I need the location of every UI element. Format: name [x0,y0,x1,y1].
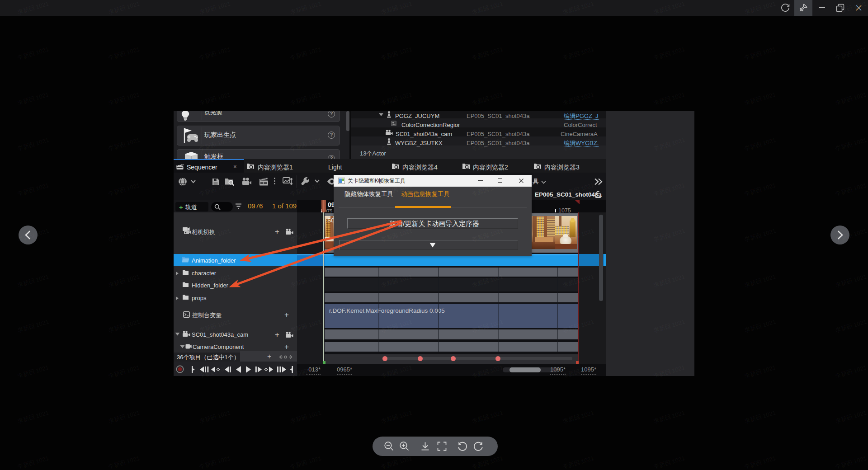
svg-text:李新园 1021: 李新园 1021 [289,409,322,425]
svg-text:李新园 1021: 李新园 1021 [744,136,777,152]
svg-text:李新园 1021: 李新园 1021 [744,455,777,470]
svg-text:李新园 1021: 李新园 1021 [198,409,231,425]
svg-text:李新园 1021: 李新园 1021 [653,91,686,107]
svg-text:李新园 1021: 李新园 1021 [108,46,141,61]
svg-text:李新园 1021: 李新园 1021 [744,364,777,380]
svg-text:李新园 1021: 李新园 1021 [471,91,504,107]
svg-text:李新园 1021: 李新园 1021 [17,318,50,334]
svg-text:李新园 1021: 李新园 1021 [562,91,595,107]
svg-text:李新园 1021: 李新园 1021 [17,91,50,107]
svg-text:李新园 1021: 李新园 1021 [198,91,231,107]
svg-text:李新园 1021: 李新园 1021 [108,318,141,334]
svg-text:李新园 1021: 李新园 1021 [17,136,50,152]
svg-text:李新园 1021: 李新园 1021 [562,409,595,425]
svg-text:李新园 1021: 李新园 1021 [835,91,868,107]
svg-text:李新园 1021: 李新园 1021 [835,364,868,380]
svg-text:李新园 1021: 李新园 1021 [289,455,322,470]
svg-text:李新园 1021: 李新园 1021 [744,273,777,289]
svg-text:李新园 1021: 李新园 1021 [653,46,686,61]
svg-text:李新园 1021: 李新园 1021 [562,46,595,61]
svg-text:李新园 1021: 李新园 1021 [835,409,868,425]
svg-text:李新园 1021: 李新园 1021 [108,455,141,470]
svg-text:李新园 1021: 李新园 1021 [380,46,413,61]
svg-text:李新园 1021: 李新园 1021 [653,455,686,470]
svg-text:李新园 1021: 李新园 1021 [744,91,777,107]
svg-text:李新园 1021: 李新园 1021 [17,364,50,380]
svg-text:李新园 1021: 李新园 1021 [471,46,504,61]
svg-text:李新园 1021: 李新园 1021 [17,46,50,61]
svg-text:李新园 1021: 李新园 1021 [835,318,868,334]
svg-text:李新园 1021: 李新园 1021 [17,455,50,470]
svg-text:李新园 1021: 李新园 1021 [562,455,595,470]
svg-text:李新园 1021: 李新园 1021 [835,136,868,152]
svg-text:李新园 1021: 李新园 1021 [198,46,231,61]
svg-text:李新园 1021: 李新园 1021 [198,455,231,470]
svg-text:李新园 1021: 李新园 1021 [108,364,141,380]
svg-text:李新园 1021: 李新园 1021 [108,409,141,425]
svg-text:李新园 1021: 李新园 1021 [744,409,777,425]
svg-text:李新园 1021: 李新园 1021 [653,409,686,425]
svg-text:李新园 1021: 李新园 1021 [835,273,868,289]
svg-text:李新园 1021: 李新园 1021 [744,182,777,197]
svg-text:李新园 1021: 李新园 1021 [380,91,413,107]
svg-text:李新园 1021: 李新园 1021 [108,273,141,289]
svg-text:李新园 1021: 李新园 1021 [17,182,50,197]
svg-text:李新园 1021: 李新园 1021 [835,455,868,470]
svg-text:李新园 1021: 李新园 1021 [380,409,413,425]
svg-text:李新园 1021: 李新园 1021 [744,318,777,334]
svg-text:李新园 1021: 李新园 1021 [17,273,50,289]
svg-text:李新园 1021: 李新园 1021 [835,182,868,197]
svg-text:李新园 1021: 李新园 1021 [289,46,322,61]
svg-text:李新园 1021: 李新园 1021 [744,227,777,243]
svg-text:李新园 1021: 李新园 1021 [289,91,322,107]
svg-text:李新园 1021: 李新园 1021 [17,409,50,425]
svg-text:李新园 1021: 李新园 1021 [108,91,141,107]
svg-text:李新园 1021: 李新园 1021 [108,227,141,243]
svg-text:李新园 1021: 李新园 1021 [744,46,777,61]
svg-text:李新园 1021: 李新园 1021 [471,455,504,470]
svg-text:李新园 1021: 李新园 1021 [380,455,413,470]
svg-text:李新园 1021: 李新园 1021 [108,182,141,197]
svg-text:李新园 1021: 李新园 1021 [471,409,504,425]
svg-text:李新园 1021: 李新园 1021 [108,136,141,152]
svg-text:李新园 1021: 李新园 1021 [835,46,868,61]
